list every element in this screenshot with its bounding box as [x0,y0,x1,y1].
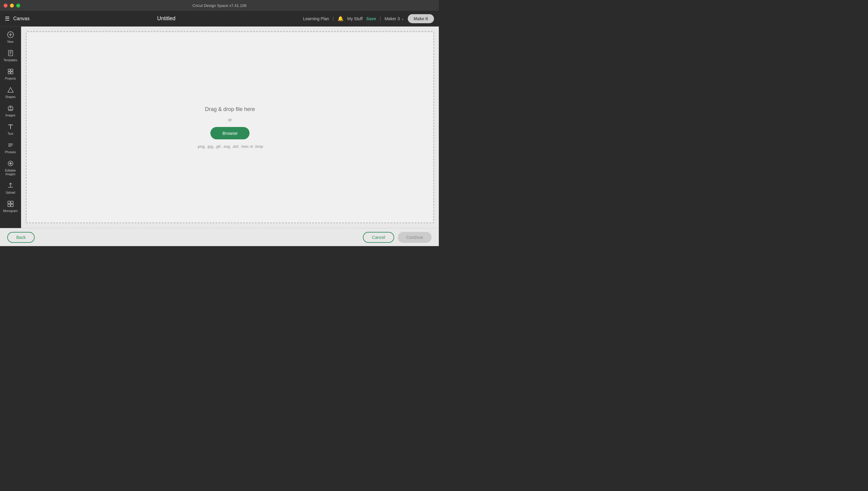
sidebar-item-label-new: New [7,40,13,44]
traffic-lights [4,4,20,7]
file-types-text: .png, .jpg, .gif, .svg, .dxf, .heic or .… [197,144,263,149]
header-right: Learning Plan | 🔔 My Stuff Save | Maker … [303,14,434,23]
sidebar-item-shapes[interactable]: Shapes [1,84,20,102]
drop-zone[interactable]: Drag & drop file here or Browse .png, .j… [26,31,434,223]
sidebar-item-label-text: Text [7,132,13,136]
projects-icon [7,68,14,76]
sidebar-item-templates[interactable]: Templates [1,47,20,64]
sidebar-item-monogram[interactable]: Monogram [1,198,20,215]
maximize-button[interactable] [16,4,20,7]
browse-button[interactable]: Browse [210,127,250,139]
sidebar-item-text[interactable]: Text [1,121,20,138]
header-center: Untitled [30,16,303,22]
sidebar: New Templates Projects [0,27,21,228]
bottom-bar: Back Cancel Continue [0,228,439,246]
my-stuff-link[interactable]: My Stuff [347,16,363,21]
svg-rect-6 [8,72,10,74]
separator-2: | [380,16,381,21]
monogram-icon [7,201,14,208]
templates-icon [7,50,14,57]
svg-rect-16 [8,201,10,204]
images-icon [7,105,14,113]
svg-rect-18 [8,204,10,207]
close-button[interactable] [4,4,7,7]
sidebar-item-upload[interactable]: Upload [1,180,20,197]
chevron-down-icon: ⌄ [401,17,404,21]
make-it-button[interactable]: Make It [408,14,434,23]
sidebar-item-label-phrases: Phrases [5,150,16,154]
or-text: or [228,117,232,122]
machine-selector[interactable]: Maker 3 ⌄ [384,16,404,21]
sidebar-item-label-shapes: Shapes [5,95,16,99]
sidebar-item-label-editable-images: Editable Images [3,169,19,176]
machine-label: Maker 3 [384,16,400,21]
shapes-icon [7,87,14,94]
header-left: ☰ Canvas [5,16,30,22]
sidebar-item-label-images: Images [5,114,16,117]
text-icon [7,123,14,131]
svg-rect-4 [8,69,10,71]
header: ☰ Canvas Untitled Learning Plan | 🔔 My S… [0,11,439,27]
svg-rect-7 [11,72,13,74]
sidebar-item-projects[interactable]: Projects [1,66,20,83]
svg-rect-17 [11,201,13,204]
save-button[interactable]: Save [366,16,376,21]
cancel-button[interactable]: Cancel [363,232,394,243]
sidebar-item-images[interactable]: Images [1,103,20,120]
main-layout: New Templates Projects [0,27,439,228]
svg-rect-19 [11,204,13,207]
sidebar-item-phrases[interactable]: Phrases [1,139,20,156]
app-title: Cricut Design Space [192,3,228,8]
app-version: v7.41.109 [228,3,247,8]
sidebar-item-editable-images[interactable]: Editable Images [1,158,20,178]
title-bar: Cricut Design Space v7.41.109 [0,0,439,11]
svg-point-10 [10,107,11,108]
hamburger-icon[interactable]: ☰ [5,16,10,22]
minimize-button[interactable] [10,4,14,7]
svg-marker-8 [8,87,13,92]
canvas-label: Canvas [13,16,30,21]
project-title[interactable]: Untitled [157,16,176,22]
editable-images-icon [7,160,14,168]
separator-1: | [333,16,334,21]
sidebar-item-new[interactable]: New [1,29,20,46]
sidebar-item-label-upload: Upload [6,191,16,195]
sidebar-item-label-templates: Templates [4,59,18,62]
back-button[interactable]: Back [7,232,35,243]
bottom-right-actions: Cancel Continue [363,232,432,243]
drag-drop-text: Drag & drop file here [205,106,255,113]
continue-button[interactable]: Continue [398,232,432,243]
upload-icon [7,182,14,190]
sidebar-item-label-projects: Projects [5,77,16,81]
svg-rect-5 [11,69,13,71]
phrases-icon [7,142,14,149]
sidebar-item-label-monogram: Monogram [3,209,18,213]
svg-rect-3 [8,50,13,56]
bell-icon[interactable]: 🔔 [338,16,344,21]
canvas-area: Drag & drop file here or Browse .png, .j… [21,27,439,228]
learning-plan-link[interactable]: Learning Plan [303,16,329,21]
new-icon [7,31,14,39]
